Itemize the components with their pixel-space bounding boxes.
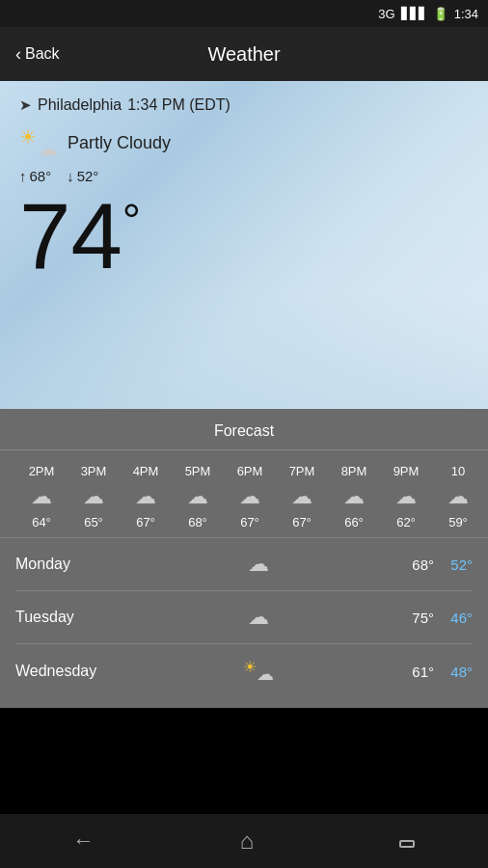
hourly-item: 9PM ☁ 62° [380,464,432,529]
hourly-cloud-icon: ☁ [395,484,417,509]
page-title: Weather [207,43,280,66]
hourly-list: 2PM ☁ 64° 3PM ☁ 65° 4PM ☁ 67° 5PM ☁ 68° … [15,464,488,529]
hourly-cloud-icon: ☁ [343,484,365,509]
back-label: Back [25,45,60,63]
cloud-icon: ☁ [39,137,58,160]
hourly-cloud-icon: ☁ [291,484,312,509]
forecast-title: Forecast [0,409,488,450]
condition-label: Partly Cloudy [68,133,171,153]
hourly-time: 2PM [29,464,55,478]
location-row: ➤ Philadelphia 1:34 PM (EDT) [19,96,469,114]
hourly-item: 6PM ☁ 67° [224,464,276,529]
high-temp-row: ↑ 68° [19,168,51,184]
low-temp: 52° [77,168,99,184]
hourly-item: 3PM ☁ 65° [68,464,120,529]
hourly-temp: 67° [292,515,312,529]
home-icon: ⌂ [240,827,255,854]
current-temperature: 74° [19,190,469,283]
daily-high: 68° [386,556,434,573]
recents-nav-button[interactable] [380,821,434,861]
hourly-item: 8PM ☁ 66° [328,464,380,529]
daily-high: 75° [386,610,434,626]
weather-hero: ➤ Philadelphia 1:34 PM (EDT) ☀ ☁ Partly … [0,81,488,409]
signal-indicator: 3G [378,7,394,21]
hourly-cloud-icon: ☁ [31,484,52,509]
hourly-item: 2PM ☁ 64° [15,464,68,529]
hi-lo-row: ↑ 68° ↓ 52° [19,168,469,184]
degree-symbol: ° [122,195,141,246]
battery-icon: 🔋 [433,7,448,21]
daily-forecast: Monday ☁ 68° 52° Tuesday ☁ 75° 46° Wedne… [0,538,488,698]
hourly-temp: 67° [240,515,259,529]
hourly-temp: 62° [396,515,416,529]
hourly-time: 9PM [393,464,420,478]
recents-icon [399,840,415,848]
daily-item: Wednesday ☀ ☁ 61° 48° [15,644,473,698]
daily-day: Wednesday [15,663,131,680]
daily-weather-icon: ☁ [131,605,386,630]
daily-weather-icon: ☁ [131,552,386,577]
home-nav-button[interactable]: ⌂ [221,820,274,862]
hourly-time: 8PM [341,464,367,478]
hourly-temp: 66° [344,515,364,529]
hourly-item: 4PM ☁ 67° [120,464,172,529]
hourly-temp: 68° [188,515,207,529]
hourly-cloud-icon: ☁ [135,484,156,509]
daily-low: 52° [434,556,473,573]
signal-bars-icon: ▋▋▋ [401,7,427,20]
temp-value: 74 [19,184,122,287]
hourly-time: 3PM [81,464,107,478]
hourly-time: 6PM [237,464,263,478]
daily-day: Monday [15,556,131,573]
hourly-forecast: 2PM ☁ 64° 3PM ☁ 65° 4PM ☁ 67° 5PM ☁ 68° … [0,456,488,538]
back-nav-button[interactable]: ← [54,821,114,861]
hourly-time: 5PM [185,464,211,478]
hourly-time: 7PM [289,464,315,478]
up-arrow-icon: ↑ [19,168,27,184]
daily-weather-icon: ☀ ☁ [131,658,386,685]
daily-low: 46° [434,610,473,626]
hourly-time: 10 [451,464,465,478]
clock: 1:34 [454,7,478,21]
bottom-nav: ← ⌂ [0,814,488,868]
daily-low: 48° [434,664,473,680]
hourly-item: 10 ☁ 59° [432,464,484,529]
sun-icon: ☀ [19,125,37,149]
hourly-cloud-icon: ☁ [239,484,260,509]
nav-bar: ‹ Back Weather [0,27,488,81]
back-chevron-icon: ‹ [15,44,21,65]
hourly-item: 5PM ☁ 68° [172,464,224,529]
hourly-temp: 59° [448,515,468,529]
hourly-time: 4PM [133,464,159,478]
hourly-cloud-icon: ☁ [447,484,469,509]
high-temp: 68° [30,168,52,184]
status-bar: 3G ▋▋▋ 🔋 1:34 [0,0,488,27]
hourly-temp: 67° [136,515,155,529]
low-temp-row: ↓ 52° [67,168,98,184]
hourly-cloud-icon: ☁ [83,484,104,509]
daily-item: Monday ☁ 68° 52° [15,538,473,591]
back-button[interactable]: ‹ Back [15,44,60,65]
daily-day: Tuesday [15,609,131,626]
down-arrow-icon: ↓ [67,168,74,184]
location-arrow-icon: ➤ [19,96,32,114]
hourly-temp: 64° [32,515,51,529]
hourly-temp: 65° [84,515,103,529]
daily-item: Tuesday ☁ 75° 46° [15,591,473,644]
location-name: Philadelphia [38,96,122,114]
weather-content: ➤ Philadelphia 1:34 PM (EDT) ☀ ☁ Partly … [0,81,488,298]
condition-icon: ☀ ☁ [19,125,58,160]
daily-high: 61° [386,664,434,680]
condition-row: ☀ ☁ Partly Cloudy [19,125,469,160]
forecast-section: Forecast 2PM ☁ 64° 3PM ☁ 65° 4PM ☁ 67° 5… [0,409,488,708]
hourly-item: 7PM ☁ 67° [276,464,328,529]
hourly-cloud-icon: ☁ [187,484,208,509]
location-time: 1:34 PM (EDT) [127,96,230,114]
back-nav-icon: ← [73,828,95,853]
